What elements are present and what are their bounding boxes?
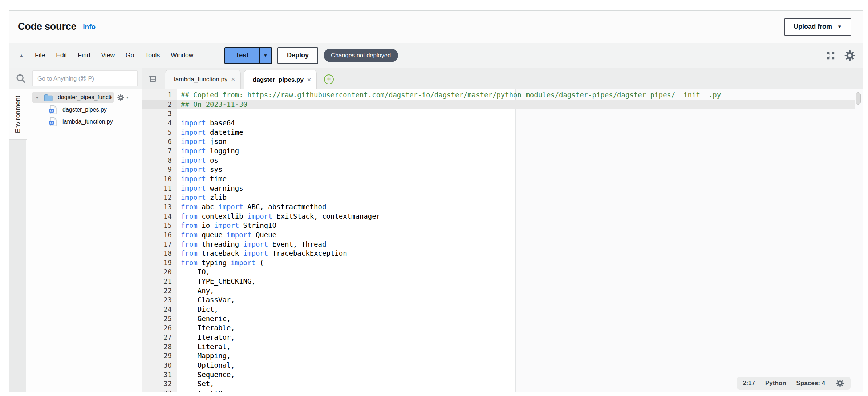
editor-status-bar: 2:17 Python Spaces: 4 xyxy=(737,377,851,390)
editor-body: Environment ▾ dagster_pipes_function xyxy=(9,68,863,392)
code-line-10[interactable]: import time xyxy=(177,174,855,184)
code-line-17[interactable]: from threading import Event, Thread xyxy=(177,240,855,249)
menu-window[interactable]: Window xyxy=(165,52,199,59)
code-line-19[interactable]: from typing import ( xyxy=(177,258,855,268)
tab-lambda_function-py[interactable]: lambda_function.py✕ xyxy=(165,70,241,89)
language-mode-button[interactable]: Python xyxy=(765,380,786,387)
test-dropdown-icon[interactable]: ▼ xyxy=(259,48,271,63)
code-line-26[interactable]: Iterable, xyxy=(177,323,855,333)
line-number: 28 xyxy=(142,342,177,352)
code-line-6[interactable]: import json xyxy=(177,137,855,146)
upload-from-button[interactable]: Upload from ▼ xyxy=(784,18,851,36)
tab-label: dagster_pipes.py xyxy=(253,76,304,84)
menu-file[interactable]: File xyxy=(29,52,50,59)
menu-view[interactable]: View xyxy=(96,52,120,59)
line-number: 4 xyxy=(142,118,177,128)
code-line-29[interactable]: Mapping, xyxy=(177,351,855,361)
test-button[interactable]: Test xyxy=(225,48,259,63)
code-line-30[interactable]: Optional, xyxy=(177,361,855,370)
code-line-27[interactable]: Iterator, xyxy=(177,333,855,342)
token-text: Generic, xyxy=(181,315,231,323)
tree-file-dagster_pipes-py[interactable]: dagster_pipes.py xyxy=(26,104,142,116)
fullscreen-icon[interactable] xyxy=(825,50,836,61)
line-number: 24 xyxy=(142,305,177,314)
code-line-13[interactable]: from abc import ABC, abstractmethod xyxy=(177,202,855,212)
code-line-22[interactable]: Any, xyxy=(177,286,855,296)
close-tab-icon[interactable]: ✕ xyxy=(307,77,312,83)
close-tab-icon[interactable]: ✕ xyxy=(231,76,235,83)
code-line-23[interactable]: ClassVar, xyxy=(177,295,855,305)
token-keyword: import xyxy=(231,259,256,267)
add-tab-button[interactable]: + xyxy=(324,74,334,84)
code-line-18[interactable]: from traceback import TracebackException xyxy=(177,249,855,258)
test-split-button[interactable]: Test ▼ xyxy=(224,47,272,64)
environment-tab-label: Environment xyxy=(14,96,22,133)
code-line-2[interactable]: ## On 2023-11-30 xyxy=(177,100,855,109)
code-line-1[interactable]: ## Copied from: https://raw.githubuserco… xyxy=(177,90,855,100)
token-text: Optional, xyxy=(181,361,235,369)
code-line-16[interactable]: from queue import Queue xyxy=(177,230,855,240)
token-text: io xyxy=(198,221,214,229)
code-line-25[interactable]: Generic, xyxy=(177,314,855,324)
token-comment: ## Copied from: https://raw.githubuserco… xyxy=(181,91,721,99)
settings-gear-icon[interactable] xyxy=(843,49,856,62)
tab-dagster_pipes-py[interactable]: dagster_pipes.py✕ xyxy=(244,70,317,89)
folder-icon xyxy=(44,94,53,101)
token-keyword: import xyxy=(181,184,206,192)
code-line-12[interactable]: import zlib xyxy=(177,193,855,202)
code-line-14[interactable]: from contextlib import ExitStack, contex… xyxy=(177,212,855,221)
code-line-24[interactable]: Dict, xyxy=(177,305,855,314)
code-editor[interactable]: 1234567891011121314151617181920212223242… xyxy=(142,89,863,392)
vertical-scrollbar[interactable] xyxy=(856,92,861,105)
code-line-28[interactable]: Literal, xyxy=(177,342,855,352)
code-line-8[interactable]: import os xyxy=(177,156,855,165)
file-explorer: Environment ▾ dagster_pipes_function xyxy=(9,89,142,392)
code-line-7[interactable]: import logging xyxy=(177,146,855,156)
tab-list-icon[interactable] xyxy=(147,74,157,84)
code-line-21[interactable]: TYPE_CHECKING, xyxy=(177,277,855,286)
editor-menubar: ▲ FileEditFindViewGoToolsWindow Test ▼ D… xyxy=(9,43,863,68)
tab-bar: lambda_function.py✕dagster_pipes.py✕ + xyxy=(142,68,863,89)
statusbar-gear-icon[interactable] xyxy=(835,379,845,388)
code-line-4[interactable]: import base64 xyxy=(177,118,855,128)
menubar-icons xyxy=(825,43,856,68)
token-text: Event, Thread xyxy=(268,240,326,248)
deploy-button[interactable]: Deploy xyxy=(277,47,318,64)
line-number: 16 xyxy=(142,230,177,240)
menu-go[interactable]: Go xyxy=(120,52,139,59)
environment-tab[interactable]: Environment xyxy=(9,89,27,140)
tree-folder-row[interactable]: ▾ dagster_pipes_function xyxy=(26,91,142,104)
indentation-button[interactable]: Spaces: 4 xyxy=(796,380,825,387)
code-line-9[interactable]: import sys xyxy=(177,165,855,174)
python-file-icon xyxy=(49,117,57,126)
goto-anything-input[interactable] xyxy=(32,70,138,86)
tree-settings-button[interactable]: ▾ xyxy=(117,93,129,102)
code-line-15[interactable]: from io import StringIO xyxy=(177,221,855,230)
token-text: json xyxy=(206,137,227,145)
tab-label: lambda_function.py xyxy=(174,76,227,83)
upload-from-label: Upload from xyxy=(794,23,832,31)
token-text: Dict, xyxy=(181,305,218,313)
code-lines[interactable]: ## Copied from: https://raw.githubuserco… xyxy=(177,90,855,392)
token-text: datetime xyxy=(206,128,243,136)
collapse-panel-icon[interactable]: ▲ xyxy=(13,53,29,58)
code-line-3[interactable] xyxy=(177,109,855,118)
token-keyword: from xyxy=(181,221,198,229)
line-number: 19 xyxy=(142,258,177,268)
tree-file-label: dagster_pipes.py xyxy=(62,106,107,113)
search-icon xyxy=(9,73,32,84)
menu-tools[interactable]: Tools xyxy=(139,52,165,59)
open-tabs: lambda_function.py✕dagster_pipes.py✕ xyxy=(147,70,320,89)
token-text: warnings xyxy=(206,184,243,192)
token-keyword: from xyxy=(181,249,198,257)
code-line-11[interactable]: import warnings xyxy=(177,184,855,193)
info-link[interactable]: Info xyxy=(83,23,96,31)
tree-file-lambda_function-py[interactable]: lambda_function.py xyxy=(26,116,142,128)
code-line-5[interactable]: import datetime xyxy=(177,128,855,137)
folder-caret-icon[interactable]: ▾ xyxy=(36,95,42,100)
menu-edit[interactable]: Edit xyxy=(50,52,72,59)
cursor-position-button[interactable]: 2:17 xyxy=(743,380,755,387)
code-line-20[interactable]: IO, xyxy=(177,267,855,277)
line-number: 6 xyxy=(142,137,177,146)
menu-find[interactable]: Find xyxy=(72,52,96,59)
